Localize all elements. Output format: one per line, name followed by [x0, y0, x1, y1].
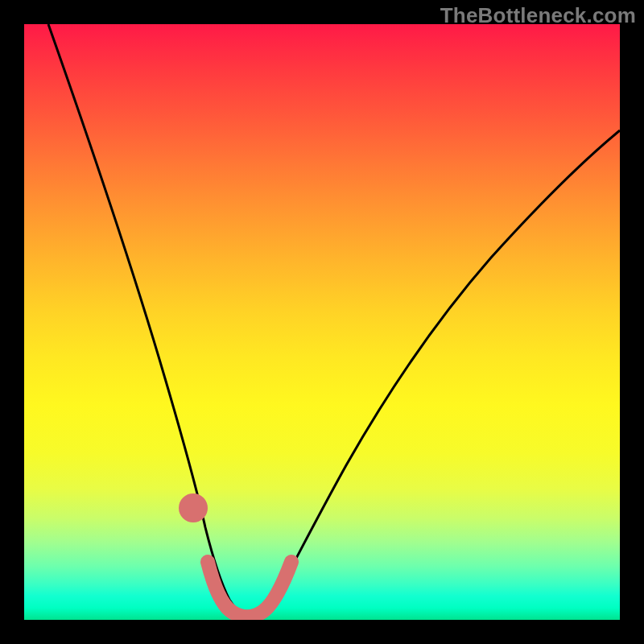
- curve-layer: [24, 24, 620, 620]
- plot-area: [24, 24, 620, 620]
- chart-frame: TheBottleneck.com: [0, 0, 644, 644]
- highlight-markers-group: [186, 501, 291, 617]
- marker-path: [208, 562, 291, 617]
- bottleneck-curve: [48, 24, 620, 617]
- marker-dot: [186, 501, 200, 515]
